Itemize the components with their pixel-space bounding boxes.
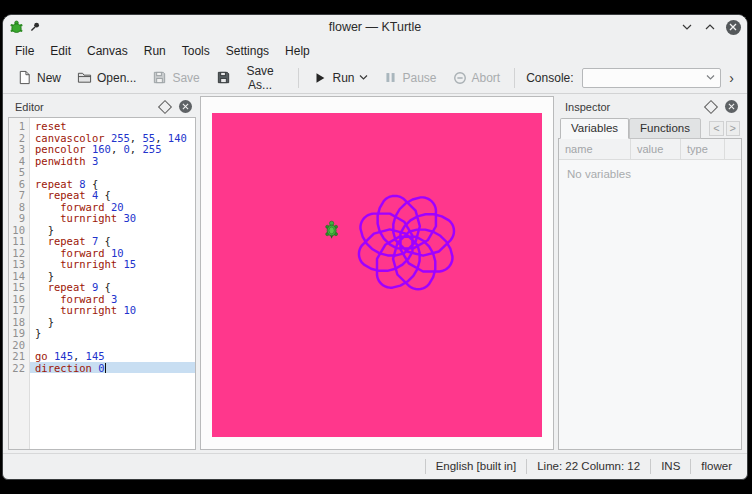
abort-icon [453, 71, 467, 85]
main-area: Editor 123456789101112131415161718192021… [3, 94, 747, 453]
status-language: English [built in] [425, 459, 527, 474]
kturtle-window: flower — KTurtle File Edit Canvas Run [2, 14, 748, 480]
save-icon [152, 70, 167, 85]
inspector-dock: Inspector Variables Functions < > name v… [558, 96, 742, 450]
statusbar: English [built in] Line: 22 Column: 12 I… [3, 453, 747, 479]
tab-functions[interactable]: Functions [629, 118, 701, 139]
console-label: Console: [526, 71, 573, 85]
turtle-canvas [212, 113, 542, 437]
menubar: File Edit Canvas Run Tools Settings Help [3, 39, 747, 62]
toolbar-overflow-icon[interactable]: › [723, 68, 740, 88]
pause-button: Pause [377, 68, 443, 88]
close-icon[interactable] [725, 19, 741, 35]
editor-dock-close-icon[interactable] [179, 100, 192, 113]
column-header-filler [725, 139, 741, 159]
no-variables-text: No variables [559, 160, 741, 188]
status-insert-mode: INS [650, 459, 690, 474]
canvas-dock [200, 96, 554, 450]
run-play-icon [313, 71, 327, 85]
tab-scroll-right-icon[interactable]: > [726, 121, 740, 136]
line-numbers-gutter: 12345678910111213141516171819202122 [9, 118, 30, 449]
menu-item-settings[interactable]: Settings [218, 41, 277, 61]
tab-scroll-left-icon[interactable]: < [709, 121, 723, 136]
combo-dropdown-icon [706, 74, 715, 81]
run-button[interactable]: Run [306, 68, 375, 88]
open-folder-icon [77, 70, 92, 85]
titlebar[interactable]: flower — KTurtle [3, 15, 747, 39]
column-header-type[interactable]: type [681, 139, 725, 159]
new-button[interactable]: New [10, 67, 68, 88]
inspector-dock-title: Inspector [565, 101, 706, 113]
menu-item-file[interactable]: File [7, 41, 42, 61]
save-button: Save [145, 67, 206, 88]
minimize-icon[interactable] [679, 19, 695, 35]
abort-button: Abort [446, 68, 508, 88]
inspector-float-icon[interactable] [704, 99, 718, 113]
inspector-tabbar: Variables Functions < > [558, 117, 742, 139]
new-document-icon [17, 70, 32, 85]
variables-table-header: name value type [559, 139, 741, 160]
status-cursor-position: Line: 22 Column: 12 [526, 459, 650, 474]
menu-item-tools[interactable]: Tools [174, 41, 218, 61]
menu-item-edit[interactable]: Edit [42, 41, 79, 61]
run-dropdown-icon[interactable] [359, 74, 368, 81]
open-button[interactable]: Open... [70, 67, 143, 88]
pause-icon [384, 71, 397, 84]
toolbar: New Open... Save Save As... Run Pause Ab… [3, 62, 747, 94]
toolbar-separator [514, 68, 515, 88]
code-editor[interactable]: 12345678910111213141516171819202122 rese… [8, 117, 196, 450]
column-header-value[interactable]: value [631, 139, 681, 159]
editor-dock-title: Editor [15, 101, 160, 113]
editor-float-icon[interactable] [158, 99, 172, 113]
tab-variables[interactable]: Variables [560, 118, 629, 139]
variables-table: name value type No variables [558, 138, 742, 450]
kturtle-app-icon [9, 20, 24, 35]
code-text-area[interactable]: resetcanvascolor 255, 55, 140pencolor 16… [30, 118, 195, 449]
inspector-dock-close-icon[interactable] [725, 100, 738, 113]
menu-item-help[interactable]: Help [277, 41, 318, 61]
menu-item-run[interactable]: Run [136, 41, 174, 61]
tab-scroll-buttons: < > [709, 121, 742, 139]
pin-icon[interactable] [29, 21, 41, 33]
canvas-view [200, 96, 554, 450]
maximize-icon[interactable] [702, 19, 718, 35]
window-title: flower — KTurtle [3, 20, 747, 34]
editor-dock: Editor 123456789101112131415161718192021… [8, 96, 196, 450]
inspector-dock-header: Inspector [558, 96, 742, 117]
save-as-button[interactable]: Save As... [209, 61, 292, 95]
column-header-name[interactable]: name [559, 139, 631, 159]
toolbar-separator [298, 68, 299, 88]
menu-item-canvas[interactable]: Canvas [79, 41, 136, 61]
status-document-name: flower [690, 459, 742, 474]
editor-dock-header: Editor [8, 96, 196, 117]
save-as-icon [216, 70, 231, 85]
console-input[interactable] [582, 68, 722, 88]
